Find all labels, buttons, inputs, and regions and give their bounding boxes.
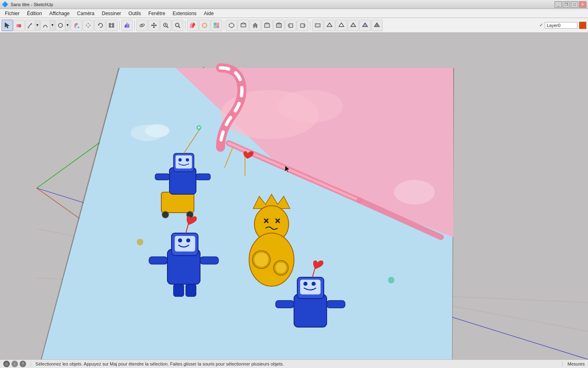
svg-rect-12 [109,23,111,25]
orbit-tool-button[interactable] [136,20,148,31]
view-back-button[interactable] [273,20,285,31]
zoom-extents-button[interactable] [172,20,183,31]
svg-marker-54 [377,23,379,27]
arc-tool-dropdown[interactable]: ▼ [40,20,55,31]
view-front-button[interactable] [261,20,273,31]
style-hidden-button[interactable] [336,20,347,31]
title-controls[interactable]: _ ❐ □ ✕ [555,1,586,8]
svg-marker-46 [304,24,305,27]
pencil-tool-arrow[interactable]: ▼ [35,20,40,31]
svg-marker-51 [351,23,356,27]
status-text: Sélectionnez les objets. Appuyez sur Maj… [36,361,560,366]
sep4 [224,21,224,30]
style-mono-button[interactable] [371,20,383,31]
status-icons: ⚠ i ? [3,361,26,367]
style-textured-button[interactable] [359,20,371,31]
svg-marker-40 [265,22,270,24]
pan-tool-button[interactable] [148,20,160,31]
svg-line-3 [28,23,31,27]
svg-line-25 [178,26,180,28]
svg-marker-37 [241,22,246,24]
menu-camera[interactable]: Caméra [74,10,98,17]
svg-rect-33 [214,26,216,28]
svg-rect-39 [265,24,270,27]
circle-tool-dropdown[interactable]: ▼ [56,20,70,31]
svg-point-7 [78,27,79,28]
title-bar-left: 🔷 Sans titre - SketchUp [2,1,53,7]
svg-rect-31 [214,23,216,25]
svg-marker-52 [363,23,368,27]
eraser-tool-button[interactable] [13,20,25,31]
menu-bar: Fichier Édition Affichage Caméra Dessine… [0,9,588,18]
menu-affichage[interactable]: Affichage [46,10,73,17]
measures-label: Mesures [562,361,585,366]
view-left-button[interactable] [297,20,308,31]
menu-fenetre[interactable]: Fenêtre [145,10,168,17]
materials-button[interactable] [199,20,210,31]
menu-edition[interactable]: Édition [24,10,45,17]
sep2 [134,21,135,30]
svg-marker-42 [276,22,281,24]
svg-point-6 [58,23,62,27]
view-home-button[interactable] [249,20,261,31]
layer-color-swatch[interactable] [579,22,586,29]
layer-name-input[interactable] [545,22,577,29]
style-xray-button[interactable] [312,20,323,31]
menu-outils[interactable]: Outils [125,10,145,17]
circle-tool-button[interactable] [56,20,65,31]
svg-marker-50 [339,23,344,27]
view-right-button[interactable] [285,20,296,31]
select-tool-button[interactable] [2,20,13,31]
svg-marker-44 [288,24,289,27]
svg-marker-8 [87,23,89,28]
viewport[interactable] [0,33,588,359]
maximize-button[interactable]: □ [571,1,578,8]
svg-rect-41 [276,24,281,27]
move-tool-button[interactable] [82,20,94,31]
svg-marker-9 [86,25,91,26]
viewport-background [0,33,588,359]
svg-rect-48 [316,25,319,26]
arc-tool-arrow[interactable]: ▼ [50,20,55,31]
svg-rect-26 [176,24,178,26]
pencil-tool-dropdown[interactable]: ▼ [25,20,40,31]
style-wireframe-button[interactable] [324,20,335,31]
minimize-button[interactable]: _ [555,1,562,8]
svg-marker-49 [327,23,332,27]
question-icon[interactable]: ? [20,361,26,367]
menu-dessiner[interactable]: Dessiner [98,10,124,17]
restore-button[interactable]: ❐ [563,1,570,8]
zoom-tool-button[interactable] [160,20,172,31]
svg-point-30 [202,23,207,28]
svg-rect-15 [112,26,114,27]
components-button[interactable] [187,20,198,31]
styles-button[interactable] [211,20,222,31]
circle-tool-arrow[interactable]: ▼ [65,20,70,31]
close-button[interactable]: ✕ [579,1,586,8]
paint-tool-button[interactable] [71,20,82,31]
style-solid-button[interactable] [347,20,359,31]
pushpull-tool-button[interactable] [121,20,133,31]
title-bar: 🔷 Sans titre - SketchUp _ ❐ □ ✕ [0,0,588,9]
menu-fichier[interactable]: Fichier [2,10,23,17]
pencil-tool-button[interactable] [25,20,35,31]
svg-rect-36 [241,24,246,27]
rotate-tool-button[interactable] [94,20,106,31]
scale-tool-button[interactable] [106,20,118,31]
svg-rect-45 [301,24,304,27]
sep3 [185,21,185,30]
warning-icon[interactable]: ⚠ [3,361,10,367]
view-iso-button[interactable] [226,20,237,31]
menu-extensions[interactable]: Extensions [169,10,200,17]
title-text: Sans titre - SketchUp [11,2,53,7]
arc-tool-button[interactable] [40,20,50,31]
svg-line-21 [167,26,168,28]
svg-rect-32 [217,23,219,25]
status-separator: | [30,361,31,366]
view-top-button[interactable] [238,20,249,31]
menu-aide[interactable]: Aide [200,10,217,17]
svg-rect-5 [28,27,29,28]
info-icon[interactable]: i [11,361,18,367]
svg-point-18 [139,23,145,27]
layer-selector: ✓ [539,22,586,29]
